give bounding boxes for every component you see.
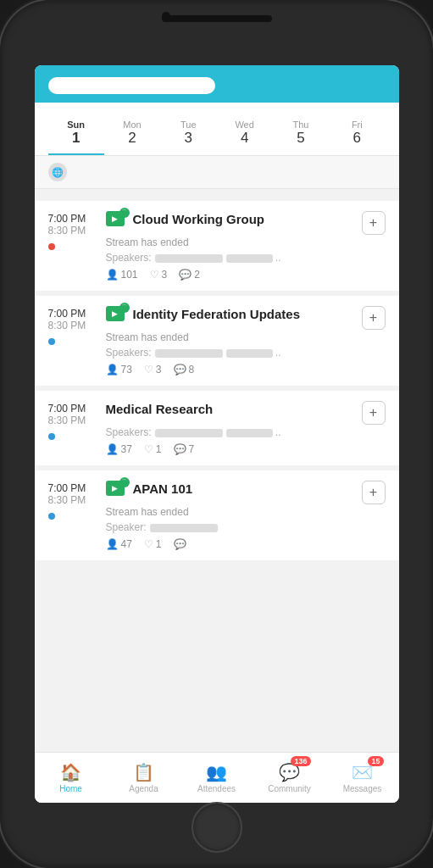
session-speakers: Speaker: <box>106 521 386 533</box>
comment-icon: 💬 <box>174 538 186 550</box>
time-end: 8:30 PM <box>48 494 86 506</box>
speaker-blur <box>150 524 218 532</box>
session-card-2[interactable]: 7:00 PM 8:30 PM ▶ ⌒ Identity Federation … <box>35 296 399 386</box>
session-stats: 👤47 ♡1 💬 <box>106 538 386 550</box>
like-count: ♡3 <box>150 269 168 281</box>
status-dot <box>48 243 55 250</box>
day-item-tue[interactable]: Tue 3 <box>160 116 216 155</box>
session-stats: 👤101 ♡3 💬2 <box>106 269 386 281</box>
bottom-nav: 🏠 Home 📋 Agenda 👥 Attendees 136 💬 Commun… <box>35 752 399 803</box>
status-dot <box>48 338 55 345</box>
time-start: 7:00 PM <box>48 403 86 415</box>
comment-count: 💬 <box>174 538 186 550</box>
day-number: 3 <box>185 130 192 147</box>
comment-count: 💬2 <box>179 269 200 281</box>
session-card-1[interactable]: 7:00 PM 8:30 PM ▶ ⌒ Cloud Working Group … <box>35 201 399 291</box>
session-speakers: Speakers: .. <box>106 347 386 359</box>
time-start: 7:00 PM <box>48 482 86 494</box>
speaker-blur <box>155 349 223 358</box>
time-column: 7:00 PM 8:30 PM <box>48 211 97 281</box>
session-content: ▶ ⌒ Cloud Working Group + Stream has end… <box>106 211 386 281</box>
comment-icon: 💬 <box>174 443 186 455</box>
day-name: Fri <box>352 120 363 130</box>
timezone-notice: 🌐 <box>35 156 399 189</box>
day-number: 4 <box>241 130 248 147</box>
session-stats: 👤37 ♡1 💬7 <box>106 443 386 455</box>
time-start: 7:00 PM <box>48 308 86 320</box>
agenda-icon: 📋 <box>133 762 154 782</box>
time-end: 8:30 PM <box>48 415 86 426</box>
session-content: Medical Research + Speakers: .. 👤37 ♡1 💬… <box>106 401 386 455</box>
time-start: 7:00 PM <box>48 213 86 225</box>
my-agenda-tab[interactable] <box>219 77 386 94</box>
day-row: Sun 1 Mon 2 Tue 3 Wed 4 Thu 5 Fri 6 <box>35 103 399 156</box>
session-card-3[interactable]: 7:00 PM 8:30 PM Medical Research + Speak… <box>35 391 399 465</box>
phone-top-bar <box>162 15 272 22</box>
full-agenda-tab[interactable] <box>48 77 215 94</box>
session-title: Cloud Working Group <box>133 211 357 228</box>
day-number: 6 <box>353 130 361 147</box>
stream-wifi: ⌒ <box>119 208 130 218</box>
attendee-count: 👤37 <box>106 443 132 455</box>
header-tabs <box>35 65 399 103</box>
session-title-row: ▶ ⌒ Identity Federation Updates + <box>106 306 386 330</box>
session-status: Stream has ended <box>106 331 386 343</box>
session-content: ▶ ⌒ APAN 101 + Stream has ended Speaker:… <box>106 481 386 550</box>
nav-item-attendees[interactable]: 👥 Attendees <box>180 753 253 803</box>
day-item-wed[interactable]: Wed 4 <box>216 116 272 155</box>
heart-icon: ♡ <box>150 269 159 281</box>
day-name: Sun <box>67 120 85 130</box>
speaker-blur-sm <box>226 254 273 263</box>
day-number: 1 <box>72 130 80 147</box>
phone-screen: Sun 1 Mon 2 Tue 3 Wed 4 Thu 5 Fri 6 🌐 7:… <box>35 65 399 803</box>
speaker-blur <box>155 429 223 437</box>
day-name: Thu <box>292 120 308 130</box>
time-column: 7:00 PM 8:30 PM <box>48 306 97 376</box>
time-column: 7:00 PM 8:30 PM <box>48 401 97 455</box>
add-calendar-button[interactable]: + <box>362 401 386 425</box>
session-speakers: Speakers: .. <box>106 252 386 264</box>
main-scroll[interactable]: 7:00 PM 8:30 PM ▶ ⌒ Cloud Working Group … <box>35 189 399 752</box>
home-label: Home <box>59 784 82 793</box>
comment-count: 💬8 <box>174 364 195 376</box>
add-calendar-button[interactable]: + <box>362 306 386 330</box>
day-item-thu[interactable]: Thu 5 <box>273 116 329 155</box>
session-title: Identity Federation Updates <box>133 306 357 323</box>
sessions-container: 7:00 PM 8:30 PM ▶ ⌒ Cloud Working Group … <box>35 201 399 560</box>
add-calendar-button[interactable]: + <box>362 211 386 235</box>
nav-item-home[interactable]: 🏠 Home <box>35 753 108 803</box>
day-item-fri[interactable]: Fri 6 <box>329 116 385 155</box>
session-card-4[interactable]: 7:00 PM 8:30 PM ▶ ⌒ APAN 101 + Stream ha… <box>35 470 399 560</box>
comment-count: 💬7 <box>174 443 195 455</box>
like-count: ♡3 <box>144 364 162 376</box>
nav-item-community[interactable]: 136 💬 Community <box>253 753 326 803</box>
heart-icon: ♡ <box>144 443 153 455</box>
stream-wifi: ⌒ <box>119 303 130 313</box>
agenda-label: Agenda <box>129 784 158 793</box>
stream-icon: ▶ ⌒ <box>106 481 128 499</box>
speaker-blur-sm <box>226 349 273 358</box>
session-title-row: ▶ ⌒ APAN 101 + <box>106 481 386 504</box>
speaker-blur <box>155 254 223 263</box>
badge-messages: 15 <box>368 756 383 766</box>
day-item-mon[interactable]: Mon 2 <box>104 116 160 155</box>
day-number: 5 <box>297 130 304 147</box>
attendees-icon: 👥 <box>206 762 227 782</box>
time-end: 8:30 PM <box>48 225 86 236</box>
day-number: 2 <box>128 130 136 147</box>
add-calendar-button[interactable]: + <box>362 481 386 504</box>
session-speakers: Speakers: .. <box>106 426 386 438</box>
time-end: 8:30 PM <box>48 320 86 331</box>
session-title-row: ▶ ⌒ Cloud Working Group + <box>106 211 386 235</box>
attendee-icon: 👤 <box>106 443 119 455</box>
session-stats: 👤73 ♡3 💬8 <box>106 364 386 376</box>
session-status: Stream has ended <box>106 236 386 248</box>
day-item-sun[interactable]: Sun 1 <box>48 116 104 155</box>
nav-item-messages[interactable]: 15 ✉️ Messages <box>326 753 399 803</box>
nav-item-agenda[interactable]: 📋 Agenda <box>108 753 180 803</box>
heart-icon: ♡ <box>144 538 153 550</box>
timezone-icon: 🌐 <box>48 163 67 181</box>
messages-label: Messages <box>343 784 382 793</box>
phone-home-button[interactable] <box>192 802 242 853</box>
days-container: Sun 1 Mon 2 Tue 3 Wed 4 Thu 5 Fri 6 <box>48 116 386 155</box>
